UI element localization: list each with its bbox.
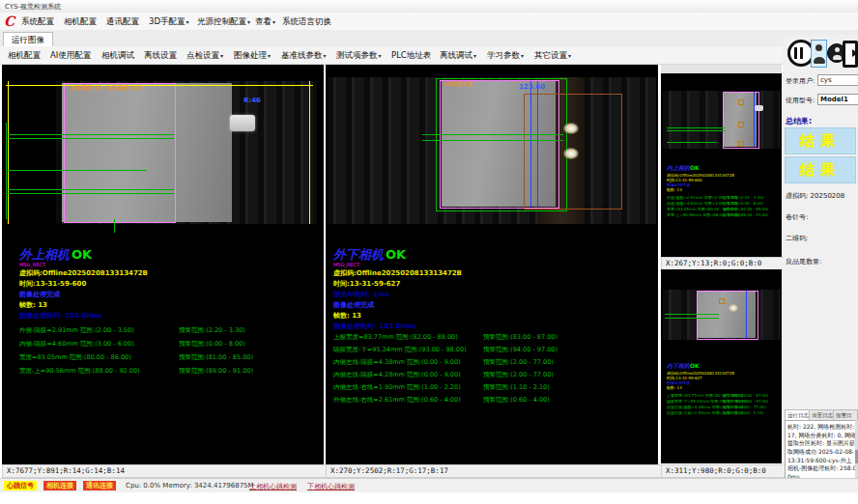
tool-learn-params[interactable]: 学习参数▾ bbox=[487, 50, 524, 62]
lower-camera-heartbeat-link[interactable]: 下相机心跳检测 bbox=[307, 482, 355, 491]
right-camera-view[interactable]: AI检测区域 123.60 外下相机OK MSG_RECT 虚拟码:Offlin… bbox=[326, 65, 658, 464]
tool-ai-use-config[interactable]: AI使用配置 bbox=[50, 50, 91, 62]
chevron-down-icon: ▾ bbox=[379, 52, 382, 59]
measurement-row: 内侧左线-右线=1.90mm 范围:(1.00 - 2.20) bbox=[333, 383, 461, 392]
measurement-row: 隔膜宽度-下=95.24mm 范围:(93.00 - 98.00) bbox=[333, 346, 467, 354]
upper-camera-heartbeat-link[interactable]: 上相机心跳检测 bbox=[249, 482, 297, 491]
warning-range: 预警范围:(1.10 - 2.10) bbox=[483, 383, 550, 392]
measurement-row: 上极宽度=83.77mm 范围:(82.00 - 88.00) bbox=[333, 333, 458, 342]
right-time: 时间:13-31-59-627 bbox=[333, 279, 400, 289]
mini1-line-text: 帧数: 13 bbox=[667, 187, 682, 192]
warning-range: 预警范围:(81.00 - 85.00) bbox=[179, 353, 253, 362]
right-virtual-code: 虚拟码:Offline2025020813313472B bbox=[333, 268, 462, 278]
menu-light-control[interactable]: 光源控制配置▾ bbox=[197, 16, 250, 28]
tool-offline-debug[interactable]: 离线调试▾ bbox=[440, 50, 476, 62]
mini1-marker bbox=[738, 122, 744, 127]
left-roi-rect bbox=[64, 83, 176, 223]
mini-camera-view-1[interactable]: 内上相机OK 虚拟码:Offline2025020813313472B 时间:1… bbox=[661, 73, 782, 257]
menu-3d-hand-config[interactable]: 3D手配置▾ bbox=[149, 16, 188, 28]
tool-offline-setting[interactable]: 离线设置 bbox=[144, 50, 177, 62]
heartbeat-badge: 心跳信号 bbox=[4, 481, 37, 490]
window-titlebar: CYS-视觉检测系统 bbox=[0, 0, 858, 14]
tab-strip: 运行图像 bbox=[0, 30, 858, 47]
tool-baseline-params[interactable]: 基准线参数▾ bbox=[281, 50, 327, 62]
mini2-line bbox=[665, 314, 719, 315]
left-elapsed: 图像处理耗时: 258.00ms bbox=[19, 311, 102, 321]
left-cursor-status: X:7677;Y:891;R:14;G:14;B:14 bbox=[2, 464, 328, 478]
mini1-title: 内上相机OK bbox=[667, 164, 700, 173]
model-field[interactable]: Model1 bbox=[817, 94, 858, 105]
chevron-down-icon: ▾ bbox=[324, 52, 327, 59]
camera-connect-badge: 相机连接 bbox=[43, 481, 76, 490]
login-user-field[interactable]: cys bbox=[817, 74, 858, 86]
menu-comm-config[interactable]: 通讯配置 bbox=[106, 16, 139, 28]
exit-arrow-icon bbox=[852, 49, 858, 57]
mini2-row: 预警范围:(94.00 - 97.00) bbox=[723, 399, 768, 404]
left-measure-line bbox=[8, 138, 174, 139]
right-blue-line bbox=[537, 81, 538, 207]
mini1-row: 预警范围:(81.00 - 85.00) bbox=[723, 207, 768, 211]
total-result-label: 总结果: bbox=[786, 116, 812, 126]
warning-range: 预警范围:(83.00 - 87.00) bbox=[483, 333, 558, 342]
mini2-row: 预警范围:(2.00 - 77.00) bbox=[723, 405, 766, 409]
mini2-line bbox=[665, 318, 719, 319]
right-process-done: 图像处理完成 bbox=[333, 300, 374, 310]
chevron-down-icon: ▾ bbox=[521, 52, 524, 59]
left-time: 时间:13-31-59-600 bbox=[19, 279, 86, 289]
left-ref-line-v1 bbox=[8, 81, 9, 224]
right-elapsed: 图像处理耗时: 183.00ms bbox=[333, 322, 416, 331]
left-msg: MSG_RECT bbox=[19, 262, 45, 267]
cpu-memory-status: Cpu: 0.0% Memory: 3424.41796875M bbox=[126, 482, 254, 490]
right-bright-spot bbox=[563, 148, 579, 159]
tool-image-process[interactable]: 图像处理▾ bbox=[234, 50, 271, 62]
measurement-row: 外侧左线-右线=2.61mm 范围:(0.60 - 4.00) bbox=[333, 396, 461, 405]
pause-bar bbox=[800, 47, 803, 59]
tool-test-params[interactable]: 测试项参数▾ bbox=[336, 50, 382, 62]
right-cursor-status: X:270;Y:2502;R:17;G:17;B:17 bbox=[326, 464, 662, 478]
mini1-image[interactable] bbox=[663, 91, 780, 149]
right-bright-spot bbox=[563, 123, 579, 134]
log-textarea[interactable]: 耗时: 222, 网络检测耗时: 17, 网络分类耗时: 0, 网络提取分区耗时… bbox=[785, 420, 858, 484]
left-ref-line-v2 bbox=[309, 81, 310, 224]
tool-spot-check[interactable]: 点检设置▾ bbox=[186, 50, 223, 62]
tool-camera-debug[interactable]: 相机调试 bbox=[101, 50, 134, 62]
warning-range: 预警范围:(0.60 - 4.00) bbox=[483, 396, 550, 405]
menu-language-switch[interactable]: 系统语言切换 bbox=[282, 16, 331, 28]
exit-button[interactable] bbox=[842, 40, 857, 66]
mini1-row: 预警范围:(2.20 - 3.30) bbox=[723, 195, 763, 200]
tool-camera-config[interactable]: 相机配置 bbox=[8, 50, 41, 62]
mini2-bright-spot bbox=[729, 304, 738, 312]
ok-badge: OK bbox=[72, 247, 92, 262]
menu-view[interactable]: 查看▾ bbox=[255, 16, 275, 28]
mini2-blue-line bbox=[746, 291, 747, 338]
tab-run-image[interactable]: 运行图像 bbox=[3, 32, 53, 46]
menu-camera-config[interactable]: 相机配置 bbox=[64, 16, 97, 28]
mini1-row: 预警范围:(0.00 - 8.00) bbox=[723, 201, 763, 206]
user-button[interactable] bbox=[811, 40, 827, 68]
control-panel: 登录用户: cys 使用型号: Model1 总结果: 结果 结果 虚拟码: 2… bbox=[783, 35, 858, 477]
mini1-cursor-status: X:267;Y:13;R:0;G:0;B:0 bbox=[661, 257, 786, 270]
tool-plc-address[interactable]: PLC地址表 bbox=[391, 50, 431, 62]
mini1-line bbox=[667, 127, 725, 128]
measurement-row: 宽度-上=90.56mm 范围:(88.00 - 92.00) bbox=[19, 367, 140, 376]
measurement-row: 内侧-隔膜=4.60mm 范围:(3.00 - 6.00) bbox=[19, 340, 134, 349]
mini1-marker bbox=[738, 141, 744, 147]
left-camera-view[interactable]: 灰度阈值:93, 动态阈值:100 R:46 外上相机OK MSG_RECT 虚… bbox=[2, 65, 324, 464]
left-measure-line bbox=[8, 193, 174, 194]
menu-system-config[interactable]: 系统配置 bbox=[21, 16, 54, 28]
right-ai-region-label: AI检测区域 bbox=[443, 80, 472, 89]
qr-code-label: 二维码: bbox=[786, 234, 808, 243]
measurement-row: 外侧-隔膜=2.91mm 范围:(2.00 - 3.50) bbox=[19, 326, 134, 335]
warning-range: 预警范围:(89.00 - 91.00) bbox=[179, 367, 253, 376]
tool-other-settings[interactable]: 其它设置▾ bbox=[534, 50, 571, 62]
mini-camera-view-2[interactable]: 内下相机OK 虚拟码:Offline2025020813313472B 时间:1… bbox=[661, 269, 782, 463]
right-measure-line bbox=[422, 140, 563, 141]
model-label: 使用型号: bbox=[786, 96, 815, 105]
warning-range: 预警范围:(0.00 - 8.00) bbox=[179, 340, 245, 349]
left-measure-line bbox=[8, 170, 147, 171]
virtual-code-value: 虚拟码: 20250208 bbox=[786, 191, 844, 201]
chevron-down-icon: ▾ bbox=[186, 18, 188, 25]
mini1-row: 预警范围:(89.00 - 91.00) bbox=[723, 212, 768, 217]
ok-badge: OK bbox=[386, 247, 406, 262]
mini1-line bbox=[667, 130, 725, 131]
